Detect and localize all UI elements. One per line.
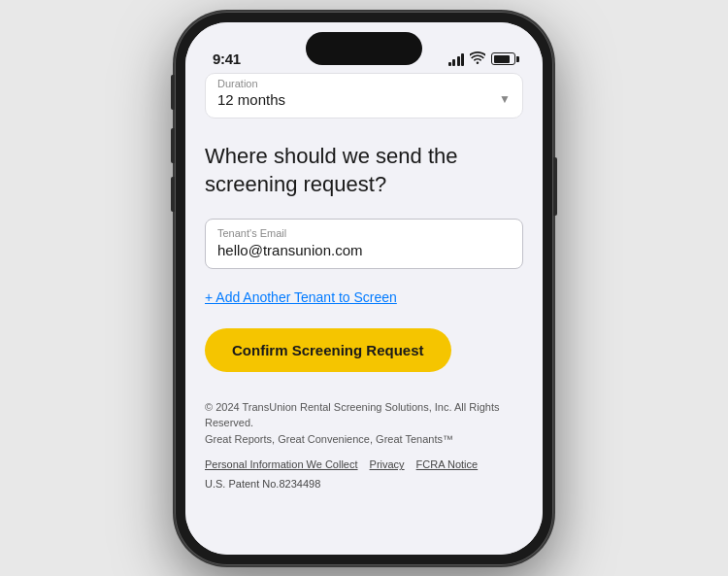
status-icons	[448, 51, 516, 67]
footer-links: Personal Information We Collect Privacy …	[205, 458, 523, 470]
dropdown-value[interactable]: 12 months ▼	[217, 91, 511, 108]
footer-tagline: Great Reports, Great Convenience, Great …	[205, 431, 523, 448]
duration-dropdown[interactable]: Duration 12 months ▼	[205, 73, 523, 119]
email-field-group: Tenant's Email hello@transunion.com	[205, 219, 523, 269]
phone-screen: 9:41	[185, 22, 543, 555]
status-time: 9:41	[213, 51, 241, 67]
dynamic-island	[306, 32, 422, 65]
question-heading: Where should we send the screening reque…	[205, 142, 523, 199]
scroll-content: Duration 12 months ▼ Where should we sen…	[185, 73, 543, 555]
fcra-link[interactable]: FCRA Notice	[416, 458, 479, 470]
battery-icon	[491, 52, 515, 65]
add-tenant-link[interactable]: + Add Another Tenant to Screen	[205, 289, 397, 305]
status-bar: 9:41	[185, 22, 543, 73]
phone-frame: 9:41	[175, 12, 553, 565]
wifi-icon	[470, 51, 485, 67]
chevron-down-icon: ▼	[499, 92, 511, 106]
footer-patent: U.S. Patent No.8234498	[205, 478, 523, 490]
signal-icon	[448, 52, 465, 66]
email-field-value[interactable]: hello@transunion.com	[217, 242, 511, 258]
email-field-label: Tenant's Email	[217, 227, 511, 239]
confirm-screening-button[interactable]: Confirm Screening Request	[205, 328, 451, 372]
personal-info-link[interactable]: Personal Information We Collect	[205, 458, 358, 470]
footer: © 2024 TransUnion Rental Screening Solut…	[205, 399, 523, 448]
footer-copyright: © 2024 TransUnion Rental Screening Solut…	[205, 399, 523, 431]
privacy-link[interactable]: Privacy	[370, 458, 405, 470]
dropdown-selected-value: 12 months	[217, 91, 285, 108]
dropdown-label: Duration	[217, 78, 511, 89]
